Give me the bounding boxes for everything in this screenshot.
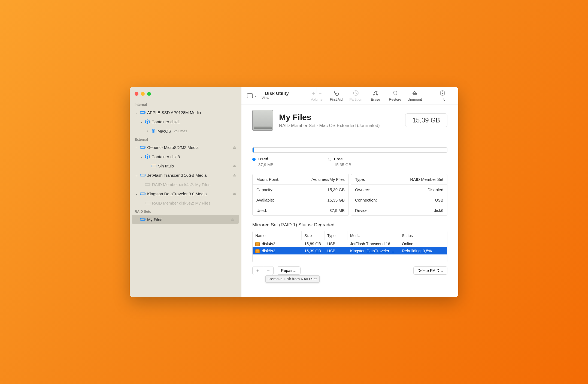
usage-bar: [252, 147, 447, 153]
disk-chip-icon: [255, 249, 260, 253]
sidebar-section-raid-sets: RAID Sets: [130, 208, 241, 215]
svg-point-21: [377, 94, 378, 95]
col-media[interactable]: Media: [347, 231, 399, 240]
toolbar-restore[interactable]: Restore: [385, 90, 405, 101]
drive-icon: [145, 201, 150, 205]
drive-icon: [140, 217, 146, 221]
raid-table: Name Size Type Media Status disk4s2 15,8…: [252, 231, 447, 262]
raid-actions-row: ＋ － Repair… Delete RAID… Remove Disk fro…: [252, 266, 447, 275]
chevron-down-icon[interactable]: ⌄: [135, 173, 138, 177]
sidebar-item-label: My Files: [147, 217, 162, 222]
volume-artwork: [252, 110, 273, 131]
info-col-right: Type:RAID Member Set Owners:Disabled Con…: [351, 174, 447, 216]
col-type[interactable]: Type: [325, 231, 347, 240]
svg-point-1: [144, 112, 145, 113]
toolbar-unmount[interactable]: Unmount: [405, 90, 425, 101]
close-window-button[interactable]: [135, 92, 138, 96]
disk-utility-window: Internal ⌄ APPLE SSD AP0128M Media ⌄ Con…: [130, 87, 458, 297]
sidebar-item-jetflash[interactable]: ⌄ JetFlash Transcend 16GB Media ⏏: [130, 170, 241, 180]
usage-bar-used-segment: [253, 148, 254, 152]
info-row: Capacity:15,39 GB: [253, 185, 348, 195]
add-remove-segment: ＋ －: [252, 266, 274, 275]
sidebar-item-macos[interactable]: › MacOS volumes: [130, 126, 241, 136]
drive-icon: [151, 164, 156, 168]
svg-point-20: [373, 94, 374, 95]
info-row: Owners:Disabled: [351, 185, 447, 195]
eject-icon[interactable]: ⏏: [231, 217, 234, 221]
info-row: Mount Point:/Volumes/My Files: [253, 174, 348, 185]
info-row: Type:RAID Member Set: [351, 174, 447, 185]
sidebar-item-internal-disk[interactable]: ⌄ APPLE SSD AP0128M Media: [130, 108, 241, 117]
toolbar-info[interactable]: Info: [433, 90, 452, 101]
raid-table-row[interactable]: disk5s2 15,39 GB USB Kingston DataTravel…: [253, 247, 447, 254]
col-name[interactable]: Name: [253, 231, 302, 240]
drive-icon: [140, 173, 146, 177]
restore-icon: [392, 90, 398, 96]
volume-subtitle: RAID Member Set · Mac OS Extended (Journ…: [279, 123, 380, 128]
sidebar: Internal ⌄ APPLE SSD AP0128M Media ⌄ Con…: [130, 87, 241, 297]
svg-point-3: [144, 147, 145, 148]
raid-table-header: Name Size Type Media Status: [253, 231, 447, 240]
raid-table-row[interactable]: disk4s2 15,89 GB USB JetFlash Transcend …: [253, 240, 447, 247]
plus-icon: ＋: [311, 89, 316, 97]
legend-free: Free 15,35 GB: [328, 157, 351, 167]
view-label: View: [262, 96, 289, 100]
repair-button[interactable]: Repair…: [277, 266, 301, 275]
svg-point-25: [442, 92, 443, 92]
col-size[interactable]: Size: [302, 231, 325, 240]
sidebar-item-my-files[interactable]: · My Files ⏏: [132, 215, 239, 224]
toolbar-first-aid[interactable]: First Aid: [326, 90, 346, 101]
eject-icon[interactable]: ⏏: [233, 145, 236, 149]
remove-disk-button[interactable]: －: [263, 266, 273, 275]
container-icon: [145, 119, 150, 124]
svg-point-5: [155, 166, 156, 166]
toolbar-volume: ＋－ Volume: [307, 90, 326, 101]
eject-icon[interactable]: ⏏: [233, 173, 236, 177]
window-controls: [130, 92, 241, 101]
sidebar-item-label: RAID Member disk4s2: My Files: [152, 182, 210, 187]
toolbar: ⌄ Disk Utility View ＋－ Volume First Aid …: [241, 87, 458, 104]
svg-point-11: [144, 194, 145, 194]
zoom-window-button[interactable]: [147, 92, 151, 96]
volume-size-box: 15,39 GB: [405, 113, 447, 127]
sidebar-item-label: MacOS: [157, 129, 171, 133]
volume-stack-icon: [151, 128, 156, 133]
drive-icon: [140, 145, 146, 149]
minimize-window-button[interactable]: [141, 92, 145, 96]
add-disk-button[interactable]: ＋: [253, 266, 263, 275]
svg-point-15: [144, 219, 145, 220]
chevron-down-icon[interactable]: ⌄: [140, 155, 143, 158]
erase-icon: [372, 90, 379, 96]
sidebar-item-subtext: volumes: [174, 129, 187, 133]
stethoscope-icon: [333, 90, 340, 96]
view-menu-button[interactable]: ⌄: [245, 92, 259, 99]
sidebar-item-container-disk1[interactable]: ⌄ Container disk1: [130, 117, 241, 126]
container-icon: [145, 154, 150, 159]
sidebar-item-sin-titulo[interactable]: · Sin título ⏏: [130, 161, 241, 170]
toolbar-erase[interactable]: Erase: [366, 90, 385, 101]
chevron-down-icon[interactable]: ⌄: [135, 192, 138, 196]
sidebar-item-raid-member-disk5s2[interactable]: · RAID Member disk5s2: My Files: [130, 198, 241, 208]
delete-raid-button[interactable]: Delete RAID…: [413, 266, 447, 275]
app-title: Disk Utility: [265, 91, 289, 96]
raid-status-text: Mirrored Set (RAID 1) Status: Degraded: [252, 222, 447, 228]
info-col-left: Mount Point:/Volumes/My Files Capacity:1…: [252, 174, 349, 216]
col-status[interactable]: Status: [399, 231, 447, 240]
dot-used-icon: [252, 158, 256, 161]
sidebar-item-generic-microsd[interactable]: ⌄ Generic- MicroSD/M2 Media ⏏: [130, 143, 241, 152]
drive-icon: [140, 110, 146, 114]
chevron-down-icon[interactable]: ⌄: [140, 120, 143, 124]
info-icon: [440, 90, 445, 96]
chevron-down-icon[interactable]: ⌄: [135, 145, 138, 149]
chevron-down-icon[interactable]: ⌄: [135, 110, 138, 114]
eject-icon[interactable]: ⏏: [233, 164, 236, 168]
sidebar-item-kingston[interactable]: ⌄ Kingston DataTraveler 3.0 Media ⏏: [130, 189, 241, 198]
dot-free-icon: [328, 158, 331, 161]
info-row: Used:37,9 MB: [253, 205, 348, 215]
minus-icon: －: [317, 89, 323, 97]
sidebar-item-raid-member-disk4s2[interactable]: · RAID Member disk4s2: My Files: [130, 180, 241, 189]
eject-icon[interactable]: ⏏: [233, 191, 236, 196]
chevron-right-icon[interactable]: ›: [146, 129, 149, 133]
sidebar-item-label: Kingston DataTraveler 3.0 Media: [147, 191, 207, 196]
sidebar-item-container-disk3[interactable]: ⌄ Container disk3: [130, 152, 241, 161]
